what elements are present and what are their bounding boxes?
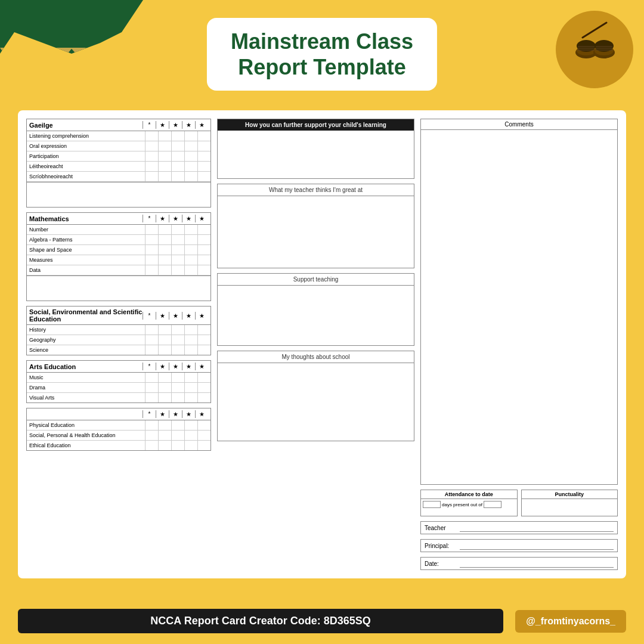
gaeilge-row-2: Oral expression (27, 141, 210, 151)
cell (171, 325, 184, 335)
cell (158, 420, 171, 430)
cell (197, 441, 210, 450)
cell (158, 141, 171, 151)
cell (145, 131, 158, 141)
date-label: Date: (425, 561, 457, 567)
mathematics-title: Mathematics (29, 215, 143, 222)
cell (158, 265, 171, 275)
gaeilge-row-3: Participation (27, 151, 210, 162)
cell (171, 255, 184, 265)
star-h2: ★ (156, 121, 169, 129)
attendance-label: Attendance to date (421, 490, 517, 499)
math-row-2: Algebra - Patterns (27, 235, 210, 245)
cell (145, 245, 158, 255)
title-box: Mainstream Class Report Template (207, 18, 437, 91)
cell (184, 393, 197, 402)
cell (171, 141, 184, 151)
star-h3: ★ (169, 121, 182, 129)
cell (145, 345, 158, 355)
cell (197, 265, 210, 275)
math-row-5: Data (27, 265, 210, 275)
thoughts-school-header: My thoughts about school (218, 351, 414, 363)
cell (184, 141, 197, 151)
cell (145, 393, 158, 402)
cell (184, 162, 197, 171)
bottom-bar: NCCA Report Card Creator Code: 8D365SQ @… (18, 609, 626, 633)
math-row-3: Shape and Space (27, 245, 210, 255)
gaeilge-section: Gaeilge * ★ ★ ★ ★ Listening comprehensio… (26, 119, 211, 208)
cell (171, 151, 184, 161)
cell (197, 172, 210, 181)
cell (158, 373, 171, 382)
sese-section: Social, Environmental and Scientific Edu… (26, 306, 211, 355)
cell (197, 151, 210, 161)
report-card: Gaeilge * ★ ★ ★ ★ Listening comprehensio… (18, 110, 626, 578)
cell (184, 441, 197, 450)
cell (171, 131, 184, 141)
right-column: Comments Attendance to date days present… (420, 119, 618, 570)
cell (145, 265, 158, 275)
cell (184, 325, 197, 335)
cell (184, 431, 197, 440)
other-row-1: Physical Education (27, 420, 210, 431)
cell (158, 255, 171, 265)
cell (158, 325, 171, 335)
teacher-great-header: What my teacher thinks I'm great at (218, 184, 414, 196)
cell (158, 441, 171, 450)
other-row-2: Social, Personal & Health Education (27, 431, 210, 441)
arts-title: Arts Education (29, 363, 143, 370)
principal-label: Principal: (425, 543, 457, 549)
punctuality-body (522, 499, 618, 516)
arts-row-1: Music (27, 373, 210, 383)
cell (184, 172, 197, 181)
creator-code-box: NCCA Report Card Creator Code: 8D365SQ (18, 609, 503, 633)
cell (197, 225, 210, 234)
support-learning-box: How you can further support your child's… (217, 119, 414, 179)
cell (197, 162, 210, 171)
teacher-great-body (218, 196, 414, 268)
cell (197, 393, 210, 402)
cell (158, 383, 171, 392)
teacher-field-row: Teacher (420, 521, 618, 534)
cell (145, 383, 158, 392)
principal-input[interactable] (460, 541, 614, 550)
date-input[interactable] (460, 559, 614, 568)
cell (145, 335, 158, 345)
support-teaching-header: Support teaching (218, 274, 414, 286)
thoughts-school-body (218, 363, 414, 441)
cell (184, 235, 197, 244)
gaeilge-row-5: Scríobhneoireacht (27, 172, 210, 182)
cell (145, 431, 158, 440)
teacher-input[interactable] (460, 524, 614, 532)
comments-body (421, 130, 617, 484)
comments-header: Comments (421, 119, 617, 130)
support-learning-header: How you can further support your child's… (218, 119, 414, 131)
cell (145, 420, 158, 430)
sese-row-3: Science (27, 345, 210, 355)
cell (184, 345, 197, 355)
principal-field-row: Principal: (420, 539, 618, 552)
days-present-input[interactable] (423, 501, 441, 508)
cell (197, 235, 210, 244)
cell (197, 383, 210, 392)
cell (197, 431, 210, 440)
cell (171, 245, 184, 255)
cell (158, 431, 171, 440)
attendance-box: Attendance to date days present out of (420, 490, 518, 516)
cell (184, 255, 197, 265)
cell (145, 235, 158, 244)
cell (184, 335, 197, 345)
gaeilge-title: Gaeilge (29, 122, 143, 129)
attendance-body: days present out of (421, 499, 517, 516)
days-total-input[interactable] (484, 501, 501, 508)
cell (158, 225, 171, 234)
cell (158, 393, 171, 402)
cell (171, 431, 184, 440)
cell (145, 151, 158, 161)
cell (184, 373, 197, 382)
arts-section: Arts Education * ★ ★ ★ ★ Music (26, 360, 211, 403)
cell (145, 162, 158, 171)
cell (145, 255, 158, 265)
cell (171, 235, 184, 244)
gaeilge-row-1: Listening comprehension (27, 131, 210, 141)
